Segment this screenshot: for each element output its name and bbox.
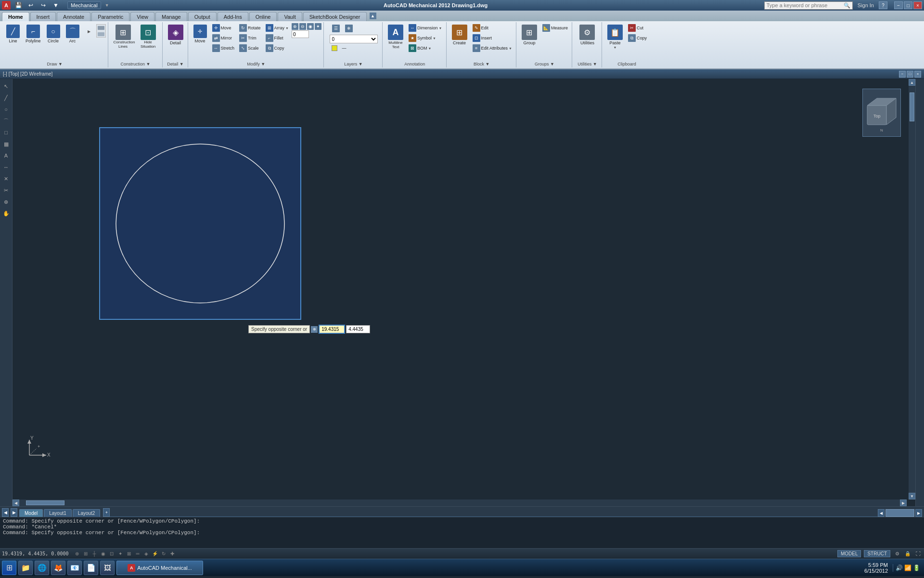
layout-tab-layout1[interactable]: Layout1 (44, 509, 72, 517)
draw-pattern-btn[interactable] (96, 24, 106, 38)
lt-text-btn[interactable]: A (1, 150, 12, 161)
firefox-btn[interactable]: 🦊 (51, 561, 65, 575)
tool-copy[interactable]: ⧉ Copy (264, 43, 291, 53)
draw-more-btn[interactable]: ▶ (83, 23, 95, 39)
lweight-icon[interactable]: ═ (134, 550, 141, 558)
layer-icon1[interactable]: ⊕ (292, 23, 298, 30)
model-badge[interactable]: MODEL (837, 550, 861, 557)
tool-paste[interactable]: 📋 Paste ▼ (605, 23, 625, 51)
tool-trim[interactable]: ✂ Trim (237, 33, 263, 43)
tab-view[interactable]: View (130, 12, 154, 21)
document-btn[interactable]: 📄 (84, 561, 98, 575)
lt-arc-btn[interactable]: ⌒ (1, 116, 12, 126)
tab-vault[interactable]: Vault (278, 12, 302, 21)
layout-tab-layout2[interactable]: Layout2 (73, 509, 101, 517)
lt-dim-btn[interactable]: ↔ (1, 162, 12, 172)
tab-home[interactable]: Home (2, 12, 29, 21)
tool-array[interactable]: ⊞ Array ▼ (264, 23, 291, 33)
signin-btn[interactable]: Sign In (858, 2, 874, 8)
tool-utilities[interactable]: ⚙ Utilities (577, 23, 597, 47)
tool-insert-block[interactable]: ⊡ Insert (471, 33, 514, 43)
tool-group[interactable]: ⊞ Group (519, 23, 539, 47)
qa-undo-btn[interactable]: ↩ (26, 0, 36, 10)
tool-detail[interactable]: ◈ Detail (166, 23, 186, 47)
layout-tab-model[interactable]: Model (19, 509, 43, 517)
sel-cycling-icon[interactable]: ↻ (160, 550, 167, 558)
dynin-icon[interactable]: ⊠ (125, 550, 133, 558)
canvas-scroll-right[interactable]: ▶ (915, 509, 922, 517)
layer-icon4[interactable]: ✦ (315, 23, 321, 30)
lt-circle-btn[interactable]: ○ (1, 104, 12, 115)
panel-max-btn[interactable]: □ (907, 71, 913, 78)
lt-pan-btn[interactable]: ✋ (1, 208, 12, 219)
otrack-icon[interactable]: ✦ (116, 550, 124, 558)
tab-parametric[interactable]: Parametric (91, 12, 129, 21)
tool-scale[interactable]: ⤡ Scale (237, 43, 263, 53)
settings-icon[interactable]: ⚙ (893, 550, 901, 558)
layer-icon2[interactable]: ⊖ (299, 23, 306, 30)
search-input[interactable] (767, 2, 844, 8)
image-btn[interactable]: 🖼 (100, 561, 115, 575)
tool-line[interactable]: ╱ Line (4, 23, 22, 45)
v-scrollbar[interactable]: ▲ ▼ (909, 79, 915, 499)
view-cube[interactable]: Top N (862, 89, 901, 137)
qa-redo-btn[interactable]: ↪ (38, 0, 48, 10)
tab-online[interactable]: Online (249, 12, 277, 21)
layer-number-input[interactable] (292, 30, 309, 38)
snap-icon[interactable]: ⊕ (73, 550, 81, 558)
lt-trim-btn[interactable]: ✂ (1, 185, 12, 196)
qa-save-btn[interactable]: 💾 (13, 0, 23, 10)
tool-bom[interactable]: ⊠ BOM ▼ (407, 43, 444, 53)
qp-icon[interactable]: ⚡ (151, 550, 159, 558)
tray-icon3[interactable]: 🔋 (912, 564, 920, 572)
grid-icon[interactable]: ⊞ (82, 550, 90, 558)
start-btn[interactable]: ⊞ (2, 561, 16, 575)
browser-btn[interactable]: 🌐 (35, 561, 49, 575)
v-scroll-up-btn[interactable]: ▲ (909, 79, 915, 86)
v-scroll-down-btn[interactable]: ▼ (909, 493, 915, 499)
email-btn[interactable]: 📧 (67, 561, 82, 575)
tab-manage[interactable]: Manage (155, 12, 187, 21)
add-icon[interactable]: ✚ (168, 550, 176, 558)
cmd-input[interactable] (3, 536, 921, 541)
canvas-scroll-left[interactable]: ◀ (878, 509, 885, 517)
tool-stretch[interactable]: ↔ Stretch (210, 43, 237, 53)
lock-icon[interactable]: 🔒 (904, 550, 911, 558)
qa-dropdown-btn[interactable]: ▼ (51, 0, 61, 10)
taskbar-autocad-btn[interactable]: A AutoCAD Mechanical... (116, 561, 203, 575)
layer-panel-btn[interactable]: ☰ (330, 23, 342, 34)
explorer-btn[interactable]: 📁 (18, 561, 33, 575)
h-scroll-left-btn[interactable]: ◀ (13, 499, 19, 506)
tool-multiline-text[interactable]: A MultilineText (385, 23, 406, 51)
v-scroll-thumb[interactable] (910, 92, 914, 121)
tool-move-small[interactable]: ✛ Move (210, 23, 237, 33)
tool-edit-block[interactable]: ✎ Edit (471, 23, 514, 33)
tray-icon2[interactable]: 📶 (904, 564, 911, 572)
tool-copy-clipboard[interactable]: ⧉ Copy (626, 33, 649, 43)
layer-dropdown[interactable]: 0 (330, 35, 378, 43)
tool-mirror[interactable]: ⇄ Mirror (210, 33, 237, 43)
tool-edit-attributes[interactable]: ≡ Edit Attributes ▼ (471, 43, 514, 53)
transparency-icon[interactable]: ◈ (142, 550, 150, 558)
ortho-icon[interactable]: ┼ (90, 550, 98, 558)
tab-annotate[interactable]: Annotate (57, 12, 90, 21)
panel-toggle-btn[interactable]: ▲ (370, 13, 376, 19)
canvas-area[interactable]: X Y + Specify opposite corner or ⊕ ◀ ▶ (13, 79, 915, 506)
panel-close-btn[interactable]: × (914, 71, 921, 78)
layout-scroll-left[interactable]: ◀ (2, 508, 9, 517)
polar-icon[interactable]: ◉ (99, 550, 107, 558)
tool-fillet[interactable]: ⌐ Fillet (264, 33, 291, 43)
tab-sketchbook[interactable]: SketchBook Designer (303, 12, 367, 21)
workspace-selector[interactable]: Mechanical (67, 1, 101, 9)
tool-arc[interactable]: ⌒ Arc (64, 23, 82, 45)
lt-erase-btn[interactable]: ✕ (1, 173, 12, 184)
panel-min-btn[interactable]: − (899, 71, 906, 78)
coord-y-input[interactable] (346, 325, 370, 333)
tool-construction-lines[interactable]: ⊞ Construction Lines (111, 23, 135, 51)
minimize-btn[interactable]: − (894, 1, 903, 9)
layout-add-btn[interactable]: + (103, 508, 110, 517)
tab-insert[interactable]: Insert (30, 12, 56, 21)
tool-move[interactable]: ✛ Move (191, 23, 209, 45)
h-scroll-right-btn[interactable]: ▶ (900, 499, 907, 506)
lt-zoom-btn[interactable]: ⊕ (1, 197, 12, 207)
